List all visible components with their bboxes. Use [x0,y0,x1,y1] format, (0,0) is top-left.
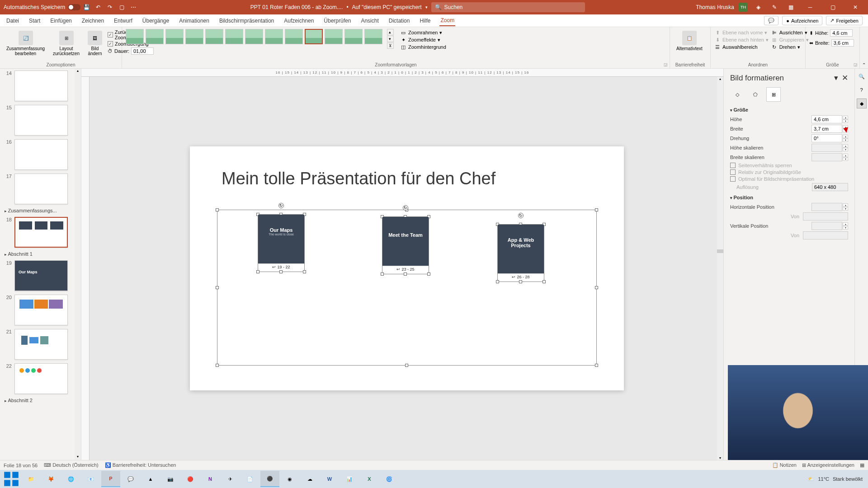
onenote-icon[interactable]: N [201,471,220,487]
rotation-handle-icon[interactable] [518,213,524,218]
rotate-button[interactable]: ↻Drehen ▾ [771,44,809,50]
spin-up-icon[interactable]: ▴ [843,135,848,138]
zoom-effects-button[interactable]: ✦Zoomeffekte ▾ [400,37,446,43]
help-side-icon[interactable]: ? [857,85,867,95]
maximize-button[interactable]: ▢ [824,0,842,14]
position-section[interactable]: Position [730,195,848,200]
slide[interactable]: Mein tolle Präsentation für den Chef Our… [190,146,624,390]
reset-layout-button[interactable]: ⊞Layout zurücksetzen [50,29,82,58]
dialog-launcher-icon[interactable]: ◲ [854,62,858,67]
spin-down-icon[interactable]: ▾ [843,129,848,132]
comments-button[interactable]: 💬 [764,16,778,25]
start-button[interactable] [2,471,21,487]
spin-up-icon[interactable]: ▴ [843,116,848,119]
zoom-styles-gallery[interactable] [126,29,382,44]
h-from-input[interactable] [803,212,848,221]
spin-down-icon[interactable]: ▾ [843,119,848,123]
h-pos-input[interactable] [811,203,842,211]
size-section[interactable]: Größe [730,107,848,113]
search-side-icon[interactable]: 🔍 [857,71,867,81]
ribbon-height-input[interactable]: ⬍ Höhe: [809,29,854,37]
autosave-toggle[interactable]: Automatisches Speichern [4,4,80,10]
gallery-more-icon[interactable]: ⊻ [387,42,394,49]
close-button[interactable]: ✕ [846,0,864,14]
width-input[interactable] [811,125,842,133]
rotation-input[interactable] [811,134,842,142]
more-icon[interactable]: ⋯ [130,4,137,11]
spin-down-icon[interactable]: ▾ [843,138,848,142]
word-icon[interactable]: W [320,471,339,487]
excel-icon[interactable]: X [360,471,379,487]
tab-dictation[interactable]: Dictation [388,16,411,26]
tab-bildschirm[interactable]: Bildschirmpräsentation [218,16,275,26]
weather-icon[interactable]: ⛅ [808,476,814,482]
accessibility-status[interactable]: ♿ Barrierefreiheit: Untersuchen [105,462,176,468]
edit-summary-button[interactable]: 🔄Zusammenfassung bearbeiten [4,29,47,58]
app-icon[interactable]: 💬 [121,471,140,487]
chrome-icon[interactable]: 🌐 [61,471,80,487]
v-from-input[interactable] [803,231,848,239]
section-2[interactable]: Abschnitt 2 [0,396,81,405]
spin-up-icon[interactable]: ▴ [843,125,848,129]
pane-close-icon[interactable]: ✕ [842,73,848,83]
notes-button[interactable]: 📋 Notizen [772,462,797,468]
search-input[interactable]: 🔍 Suchen [431,2,585,12]
gallery-down-icon[interactable]: ▾ [387,36,394,42]
minimize-button[interactable]: ─ [801,0,819,14]
alt-text-button[interactable]: 📋Alternativtext [674,29,705,53]
pane-dropdown-icon[interactable]: ▾ [834,73,838,83]
thumbnail-22[interactable] [14,363,68,394]
bring-forward-button[interactable]: ⬆Ebene nach vorne ▾ [714,29,769,36]
tab-ansicht[interactable]: Ansicht [360,16,379,26]
firefox-icon[interactable]: 🦊 [42,471,61,487]
thumbnail-18[interactable] [14,217,68,248]
thumbnail-21[interactable] [14,329,68,360]
tab-entwurf[interactable]: Entwurf [113,16,133,26]
app-icon[interactable]: ☁ [300,471,319,487]
send-back-button[interactable]: ⬇Ebene nach hinten ▾ [714,37,769,43]
slide-counter[interactable]: Folie 18 von 56 [4,463,38,468]
present-icon[interactable]: ▢ [118,4,125,11]
canvas-scrollbar[interactable]: ▴ ▾ [717,77,723,460]
app-icon[interactable]: 📊 [340,471,359,487]
tab-zeichnen[interactable]: Zeichnen [81,16,105,26]
thumbnail-16[interactable] [14,139,68,170]
format-side-icon[interactable]: ◆ [857,99,867,108]
telegram-icon[interactable]: ✈ [221,471,240,487]
explorer-icon[interactable]: 📁 [22,471,41,487]
size-tab-icon[interactable]: ⊞ [766,87,781,102]
obs-icon[interactable]: ⚫ [260,471,279,487]
align-button[interactable]: ⊫Ausrichten ▾ [771,29,809,36]
tab-datei[interactable]: Datei [5,16,20,26]
zoom-card-2[interactable]: Meet the Team ↩23 - 25 [382,216,429,274]
app-icon[interactable]: ▦ [787,4,794,11]
share-button[interactable]: ↗ Freigeben [826,16,863,25]
app-icon[interactable]: 📄 [241,471,259,487]
height-input[interactable] [811,115,842,123]
tab-zoom[interactable]: Zoom [439,15,455,26]
ribbon-width-input[interactable]: ⬌ Breite: [809,39,854,47]
thumbnail-14[interactable] [14,70,68,101]
thumbnail-20[interactable] [14,295,68,325]
language-status[interactable]: ⌨ Deutsch (Österreich) [44,462,99,468]
thumbnail-17[interactable] [14,174,68,204]
zoom-bg-button[interactable]: ◫Zoomhintergrund [400,44,446,50]
section-summary[interactable]: Zusammenfassungs... [0,206,81,215]
dialog-launcher-icon[interactable]: ◲ [664,62,668,67]
app-icon[interactable]: 🔴 [181,471,200,487]
avatar[interactable]: TH [739,3,748,12]
record-button[interactable]: ● Aufzeichnen [782,16,822,25]
tab-aufzeichnen[interactable]: Aufzeichnen [283,16,315,26]
pen-icon[interactable]: ✎ [771,4,778,11]
app-icon[interactable]: ◉ [280,471,299,487]
normal-view-icon[interactable]: ▦ [860,462,864,468]
tab-einfuegen[interactable]: Einfügen [49,16,72,26]
section-1[interactable]: Abschnitt 1 [0,249,81,258]
tab-hilfe[interactable]: Hilfe [419,16,431,26]
tab-start[interactable]: Start [28,16,41,26]
v-pos-input[interactable] [811,222,842,230]
slide-title[interactable]: Mein tolle Präsentation für den Chef [222,169,495,188]
thumbnail-15[interactable] [14,105,68,136]
vlc-icon[interactable]: ▲ [141,471,160,487]
display-settings-button[interactable]: ⊞ Anzeigeeinstellungen [802,462,854,468]
